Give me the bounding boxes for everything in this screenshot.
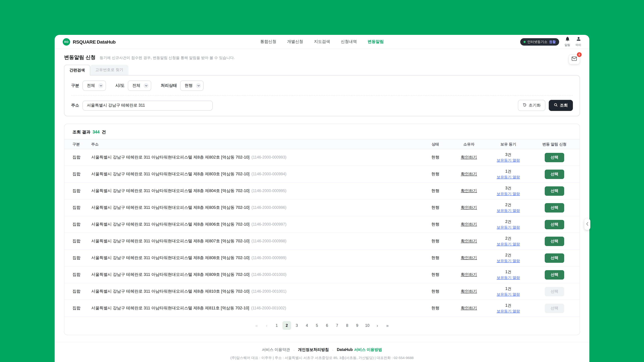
page-button-7[interactable]: 7	[333, 321, 342, 330]
side-panel-toggle[interactable]	[584, 219, 590, 230]
nav-item-individual[interactable]: 개별신청	[287, 39, 303, 44]
table-row: 집합 서울특별시 강남구 테헤란로 311 아남타워현대오피스텔 제8층 제80…	[64, 250, 580, 267]
page-button-3[interactable]: 3	[292, 321, 301, 330]
address-input[interactable]	[82, 100, 213, 110]
holding-link[interactable]: 보유등기 열람	[497, 191, 520, 196]
select-button[interactable]: 선택	[545, 169, 564, 179]
page-button-2[interactable]: 2	[282, 321, 291, 330]
page-button-5[interactable]: 5	[312, 321, 321, 330]
row-type: 집합	[64, 171, 91, 177]
select-button[interactable]: 선택	[545, 287, 564, 296]
holding-link[interactable]: 보유등기 열람	[497, 258, 520, 263]
last-page-icon[interactable]: »	[383, 321, 392, 330]
mail-badge: 0	[577, 52, 582, 57]
row-code: (1146-2000-000998)	[252, 239, 286, 243]
notification-button[interactable]: 알림	[564, 36, 570, 47]
nav-item-history[interactable]: 신청내역	[341, 39, 357, 44]
row-address: 서울특별시 강남구 테헤란로 311 아남타워현대오피스텔 제8층 제805호 …	[91, 205, 250, 210]
category-select-value: 전체	[87, 83, 95, 88]
owner-link[interactable]: 확인하기	[461, 255, 477, 261]
reset-button[interactable]: 초기화	[518, 100, 546, 111]
datahub-guide-link[interactable]: DataHub서비스 이용방법	[337, 347, 382, 352]
results-table-body: 집합 서울특별시 강남구 테헤란로 311 아남타워현대오피스텔 제8층 제80…	[64, 149, 580, 317]
holding-link[interactable]: 보유등기 열람	[497, 275, 520, 280]
holding-count: 2건	[505, 202, 511, 207]
col-owner: 소유자	[450, 142, 487, 147]
owner-link[interactable]: 확인하기	[461, 272, 477, 278]
chevron-left-icon	[586, 221, 589, 227]
row-address-cell: 서울특별시 강남구 테헤란로 311 아남타워현대오피스텔 제8층 제807호 …	[91, 238, 420, 244]
results-count: 344	[92, 130, 100, 134]
nav-item-map-search[interactable]: 지도검색	[314, 39, 330, 44]
row-address: 서울특별시 강남구 테헤란로 311 아남타워현대오피스텔 제8층 제804호 …	[91, 188, 250, 193]
nav-item-change-alert[interactable]: 변동알림	[368, 39, 384, 44]
category-select[interactable]: 전체	[82, 80, 106, 91]
holding-link[interactable]: 보유등기 열람	[497, 292, 520, 297]
page-button-4[interactable]: 4	[302, 321, 311, 330]
nav-item-integrated[interactable]: 통합신청	[260, 39, 276, 44]
page-button-1[interactable]: 1	[272, 321, 281, 330]
terms-link[interactable]: 서비스 이용약관	[262, 347, 290, 352]
process-status-select[interactable]: 현행	[180, 80, 204, 91]
header: RD RSQUAREDataHub 통합신청 개별신청 지도검색 신청내역 변동…	[55, 35, 589, 49]
owner-link[interactable]: 확인하기	[461, 188, 477, 194]
process-status-select-value: 현행	[185, 83, 193, 88]
select-button[interactable]: 선택	[545, 253, 564, 263]
footer-company-info: (주)알스퀘어 대표 : 이주우 | 주소 : 서울특별시 서초구 서초중앙로 …	[55, 356, 589, 360]
select-button[interactable]: 선택	[545, 237, 564, 246]
logo[interactable]: RD RSQUAREDataHub	[63, 38, 116, 45]
holding-link[interactable]: 보유등기 열람	[497, 309, 520, 314]
row-code: (1146-2000-001002)	[251, 306, 286, 310]
row-code: (1146-2000-000994)	[252, 172, 286, 176]
holding-link[interactable]: 보유등기 열람	[497, 242, 520, 247]
select-button[interactable]: 선택	[545, 186, 564, 196]
holding-link[interactable]: 보유등기 열람	[497, 158, 520, 163]
bell-icon	[565, 36, 570, 43]
holding-cell: 1건 보유등기 열람	[487, 286, 529, 297]
holding-count: 2건	[505, 253, 511, 258]
search-button[interactable]: 조회	[549, 100, 573, 111]
results-card: 조회 결과 344 건 구분 주소 상태 소유자 보유 등기 변동 알림 신청 …	[64, 124, 580, 335]
select-button[interactable]: 선택	[545, 203, 564, 212]
page-button-6[interactable]: 6	[323, 321, 332, 330]
select-button[interactable]: 선택	[545, 153, 564, 162]
dashed-divider	[71, 95, 573, 95]
owner-link[interactable]: 확인하기	[461, 222, 477, 227]
holding-link[interactable]: 보유등기 열람	[497, 174, 520, 179]
owner-link[interactable]: 확인하기	[461, 155, 477, 160]
row-code: (1146-2000-001000)	[252, 273, 286, 277]
tab-unique-number-search[interactable]: 고유번호로 찾기	[90, 65, 128, 75]
holding-cell: 2건 보유등기 열람	[487, 236, 529, 247]
holding-count: 2건	[505, 219, 511, 224]
datahub-guide-prefix: DataHub	[337, 348, 353, 352]
my-page-button[interactable]: 마이	[576, 36, 581, 47]
row-address-cell: 서울특별시 강남구 테헤란로 311 아남타워현대오피스텔 제8층 제803호 …	[91, 171, 420, 177]
app-container: RD RSQUAREDataHub 통합신청 개별신청 지도검색 신청내역 변동…	[55, 35, 589, 362]
holding-link[interactable]: 보유등기 열람	[497, 225, 520, 230]
select-button[interactable]: 선택	[545, 220, 564, 229]
select-button[interactable]: 선택	[545, 304, 564, 313]
owner-link[interactable]: 확인하기	[461, 238, 477, 244]
row-address-cell: 서울특별시 강남구 테헤란로 311 아남타워현대오피스텔 제8층 제806호 …	[91, 222, 420, 227]
row-code: (1146-2000-000993)	[252, 155, 286, 159]
tab-simple-search[interactable]: 간편검색	[64, 65, 90, 75]
page-button-9[interactable]: 9	[353, 321, 362, 330]
owner-link[interactable]: 확인하기	[461, 171, 477, 177]
holding-link[interactable]: 보유등기 열람	[497, 208, 520, 213]
first-page-icon[interactable]: «	[252, 321, 261, 330]
mail-button[interactable]: 0	[568, 54, 580, 64]
row-code: (1146-2000-001001)	[252, 289, 286, 293]
page-button-8[interactable]: 8	[343, 321, 352, 330]
page-button-10[interactable]: 10	[363, 321, 372, 330]
search-button-label: 조회	[560, 103, 568, 108]
privacy-link[interactable]: 개인정보처리방침	[298, 347, 329, 352]
next-page-icon[interactable]: ›	[373, 321, 382, 330]
owner-link[interactable]: 확인하기	[461, 205, 477, 211]
owner-link[interactable]: 확인하기	[461, 289, 477, 294]
sido-select[interactable]: 전체	[128, 80, 152, 91]
select-button[interactable]: 선택	[545, 270, 564, 279]
prev-page-icon[interactable]: ‹	[262, 321, 271, 330]
owner-link[interactable]: 확인하기	[461, 305, 477, 311]
datahub-guide-label: 서비스 이용방법	[354, 348, 382, 352]
holding-count: 1건	[505, 169, 511, 174]
